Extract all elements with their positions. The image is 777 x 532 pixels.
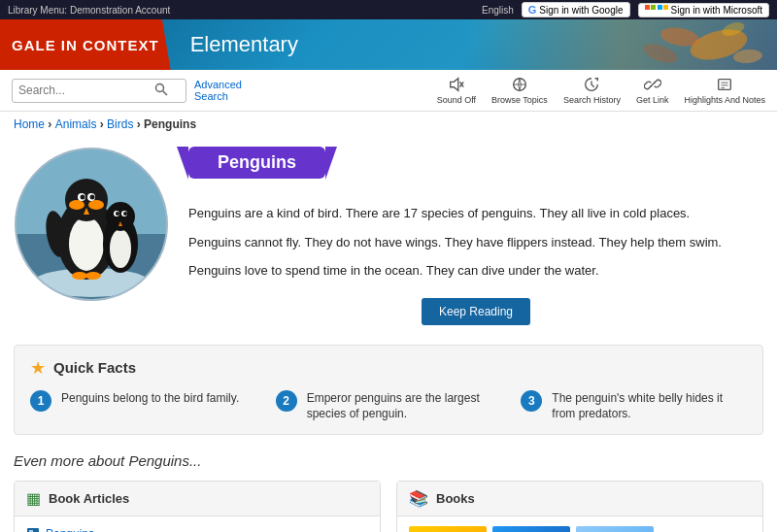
browse-topics-button[interactable]: Browse Topics [491, 76, 548, 105]
article-icon-1 [26, 527, 40, 532]
svg-point-40 [116, 212, 119, 216]
breadcrumb-animals[interactable]: Animals [55, 117, 97, 131]
svg-point-34 [85, 272, 101, 280]
highlights-notes-icon [716, 76, 733, 93]
sound-off-icon [448, 76, 465, 93]
more-about-heading: Even more about Penguins... [14, 452, 763, 469]
article-text-area: Penguins Penguins are a kind of bird. Th… [188, 147, 763, 325]
search-icon [154, 83, 168, 96]
logo-area: GALE IN CONTEXT [0, 19, 171, 70]
search-button[interactable] [154, 83, 168, 99]
sign-in-microsoft-button[interactable]: Sign in with Microsoft [638, 3, 769, 17]
quick-fact-3: 3 The penguin's white belly hides it fro… [521, 390, 747, 423]
svg-point-37 [106, 202, 135, 231]
quick-fact-2: 2 Emperor penguins are the largest speci… [276, 390, 502, 423]
search-bar: AdvancedSearch Sound Off Browse Topics [0, 70, 777, 112]
breadcrumb-current: Penguins [144, 117, 196, 131]
book-articles-header: ▦ Book Articles [15, 482, 380, 516]
main-content: Penguins Penguins are a kind of bird. Th… [0, 137, 777, 532]
sound-off-button[interactable]: Sound Off [437, 76, 476, 105]
svg-marker-7 [451, 79, 458, 91]
penguin-image [14, 147, 169, 302]
list-item: Penguins Gale Elementary Online Collecti… [26, 526, 368, 532]
svg-point-3 [641, 40, 679, 66]
svg-point-24 [69, 200, 84, 210]
fact-text-1: Penguins belong to the bird family. [61, 390, 239, 407]
get-link-button[interactable]: Get Link [636, 76, 669, 105]
svg-point-0 [687, 24, 750, 66]
fact-number-3: 3 [521, 390, 542, 412]
search-input[interactable] [18, 83, 154, 97]
svg-point-28 [81, 195, 85, 200]
quick-fact-1: 1 Penguins belong to the bird family. [30, 390, 256, 423]
svg-point-36 [110, 229, 131, 268]
search-history-icon [583, 76, 600, 93]
get-link-icon [644, 76, 661, 93]
top-bar-right: English G Sign in with Google Sign in wi… [482, 2, 769, 17]
book-articles-icon: ▦ [26, 489, 41, 508]
svg-point-23 [65, 179, 108, 221]
book-label-1: KIDS Penguins! [409, 526, 487, 532]
two-column-section: ▦ Book Articles Penguins Gale Elementary… [14, 481, 763, 532]
svg-point-2 [732, 49, 762, 65]
books-section: 📚 Books KIDS Penguins! [396, 481, 763, 532]
article-para-2: Penguins cannot fly. They do not have wi… [188, 233, 763, 252]
article-image-wrap [14, 147, 169, 325]
books-grid: KIDS Penguins! [397, 516, 762, 532]
top-bar: Library Menu: Demonstration Account Engl… [0, 0, 777, 19]
book-label-2: EXPLORE Penguins [492, 526, 570, 532]
quick-facts-section: ★ Quick Facts 1 Penguins belong to the b… [14, 345, 763, 436]
book-articles-section: ▦ Book Articles Penguins Gale Elementary… [14, 481, 381, 532]
article-link-1[interactable]: Penguins [46, 527, 94, 532]
search-left: AdvancedSearch [12, 79, 242, 103]
library-menu-label: Library Menu: Demonstration Account [8, 5, 170, 16]
sign-in-google-button[interactable]: G Sign in with Google [522, 2, 630, 17]
header: GALE IN CONTEXT Elementary [0, 19, 777, 70]
search-history-button[interactable]: Search History [563, 76, 621, 105]
language-selector[interactable]: English [482, 5, 514, 16]
fact-text-3: The penguin's white belly hides it from … [552, 390, 747, 423]
search-input-wrap[interactable] [12, 79, 186, 103]
highlights-notes-button[interactable]: Highlights And Notes [684, 76, 765, 105]
books-header: 📚 Books [397, 482, 762, 516]
google-icon: G [528, 4, 537, 16]
book-articles-body: Penguins Gale Elementary Online Collecti… [15, 516, 380, 532]
logo-text: GALE IN CONTEXT [12, 37, 159, 53]
books-title: Books [436, 491, 475, 506]
breadcrumb: Home › Animals › Birds › Penguins [0, 112, 777, 137]
article-title-wrap: Penguins [188, 147, 325, 179]
book-articles-title: Book Articles [49, 491, 129, 506]
quick-facts-list: 1 Penguins belong to the bird family. 2 … [30, 390, 747, 423]
breadcrumb-home[interactable]: Home [14, 117, 45, 131]
books-icon: 📚 [409, 489, 428, 508]
header-subtitle: Elementary [190, 32, 298, 57]
fish-decoration-svg [486, 19, 777, 70]
book-cover-1[interactable]: KIDS Penguins! [409, 526, 487, 532]
svg-point-41 [123, 212, 127, 216]
book-label-3: Penguins Puffins [576, 526, 654, 532]
svg-point-25 [88, 200, 104, 210]
svg-point-4 [721, 19, 747, 38]
breadcrumb-birds[interactable]: Birds [107, 117, 133, 131]
svg-point-33 [72, 272, 87, 280]
article-para-1: Penguins are a kind of bird. There are 1… [188, 204, 763, 223]
browse-topics-icon [511, 76, 528, 93]
book-cover-2[interactable]: EXPLORE Penguins [492, 526, 570, 532]
svg-point-29 [90, 195, 95, 200]
svg-point-22 [69, 216, 104, 271]
quick-facts-title: Quick Facts [53, 359, 136, 376]
advanced-search-link[interactable]: AdvancedSearch [194, 79, 242, 102]
fact-number-1: 1 [30, 390, 51, 412]
article-para-3: Penguins love to spend time in the ocean… [188, 261, 763, 281]
article-area: Penguins Penguins are a kind of bird. Th… [14, 147, 763, 325]
quick-facts-header: ★ Quick Facts [30, 357, 747, 379]
star-icon: ★ [30, 357, 46, 379]
svg-point-1 [659, 25, 701, 50]
fact-number-2: 2 [276, 390, 297, 412]
book-cover-3[interactable]: Penguins Puffins [576, 526, 654, 532]
svg-point-5 [156, 83, 164, 91]
keep-reading-button[interactable]: Keep Reading [422, 298, 530, 325]
microsoft-icon [645, 5, 668, 16]
article-title: Penguins [218, 152, 296, 172]
svg-line-6 [163, 90, 168, 95]
